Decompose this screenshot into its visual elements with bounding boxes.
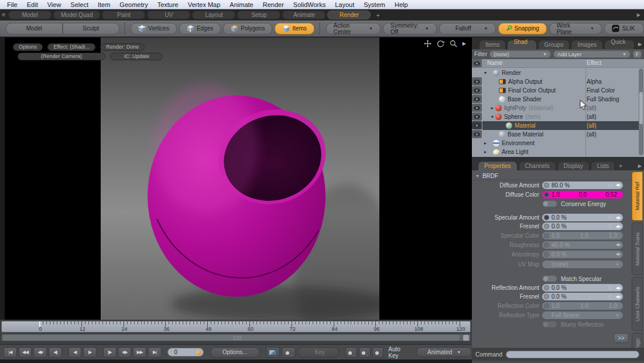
work-plane-dropdown[interactable]: Work Plane▼: [549, 23, 602, 35]
channel-toggle[interactable]: [544, 303, 549, 309]
stepper-icon[interactable]: ◀▶: [615, 286, 621, 290]
next-keyframe-button[interactable]: ▶▶: [133, 347, 146, 358]
envelope-icon[interactable]: [608, 286, 612, 290]
tree-row-final-color-output[interactable]: Final Color Output Final Color: [472, 86, 644, 95]
menu-item[interactable]: Item: [93, 1, 115, 8]
layout-tab-uv[interactable]: UV: [147, 11, 190, 19]
match-specular-checkbox[interactable]: [542, 275, 557, 282]
layout-tab-render[interactable]: Render: [327, 11, 371, 19]
blurry-reflection-checkbox[interactable]: [542, 321, 557, 328]
uv-map-dropdown[interactable]: (none) ▼: [542, 261, 623, 268]
tab-quick[interactable]: Quick ...: [604, 40, 635, 49]
orbit-icon[interactable]: [437, 40, 444, 47]
filter-dropdown[interactable]: (none)▼: [489, 50, 551, 58]
panel-tab-overflow-icon[interactable]: ▶: [638, 42, 642, 47]
visibility-toggle[interactable]: [472, 121, 482, 129]
render-camera-button[interactable]: (Render Camera): [18, 53, 105, 60]
channel-toggle[interactable]: [544, 192, 549, 197]
layout-tab-animate[interactable]: Animate: [282, 11, 326, 19]
snapping-button[interactable]: Snapping: [498, 23, 547, 35]
add-layer-dropdown[interactable]: Add Layer▼: [553, 50, 631, 58]
play-button[interactable]: ▶: [83, 347, 97, 358]
menu-view[interactable]: View: [43, 1, 66, 8]
channel-toggle[interactable]: [544, 285, 549, 290]
diffuse-color-field[interactable]: 1.0 0.0 0.52: [542, 191, 623, 198]
channel-toggle[interactable]: [544, 183, 549, 188]
scrollbar-thumb[interactable]: [639, 92, 643, 124]
zoom-icon[interactable]: [450, 40, 457, 47]
conserve-energy-checkbox[interactable]: [542, 200, 557, 207]
more-options-button[interactable]: >>: [614, 333, 629, 343]
tab-user-channels[interactable]: User Channels: [632, 277, 643, 331]
track-view-button[interactable]: [282, 347, 296, 358]
stepper-icon[interactable]: ◀▶: [615, 294, 621, 299]
menu-geometry[interactable]: Geometry: [115, 1, 152, 8]
tree-row-environment[interactable]: ► Environment: [472, 139, 644, 148]
brdf-section-header[interactable]: ▼ BRDF: [472, 172, 644, 180]
tab-material-trans[interactable]: Material Trans: [632, 222, 643, 275]
menu-file[interactable]: File: [2, 1, 22, 8]
envelope-icon[interactable]: [608, 224, 612, 228]
step-forward-button[interactable]: |▶: [103, 347, 117, 358]
layout-tab-setup[interactable]: Setup: [237, 11, 280, 19]
menu-layout[interactable]: Layout: [330, 1, 359, 8]
visibility-toggle[interactable]: [472, 86, 482, 94]
expand-icon[interactable]: ►: [482, 150, 488, 154]
tree-row-render[interactable]: ▼ Render: [472, 69, 644, 77]
tree-row-area-light[interactable]: ► Area Light: [472, 148, 644, 156]
tab-channels[interactable]: Channels: [519, 161, 556, 170]
visibility-toggle[interactable]: [472, 77, 482, 85]
symmetry-dropdown[interactable]: Symmetry: Off▼: [383, 23, 437, 35]
falloff-dropdown[interactable]: Falloff▼: [439, 23, 496, 35]
remove-key-button[interactable]: [372, 347, 384, 358]
channel-toggle[interactable]: [544, 242, 549, 248]
effect-column-header[interactable]: Effect: [587, 60, 601, 66]
envelope-icon[interactable]: [608, 183, 612, 187]
tab-material-ref[interactable]: Material Ref: [632, 172, 643, 221]
reflection-amount-field[interactable]: 0.0 % ◀▶: [542, 284, 623, 292]
tree-scrollbar[interactable]: [639, 69, 643, 155]
items-mode-button[interactable]: Items: [275, 23, 314, 35]
auto-key-mode-dropdown[interactable]: Animated ▼: [416, 347, 472, 357]
edges-mode-button[interactable]: Edges: [179, 23, 221, 35]
play-reverse-button[interactable]: ◀: [68, 347, 82, 358]
tab-shader-tree[interactable]: Shad ...: [507, 40, 536, 49]
previous-keyframe-button[interactable]: ◀◀: [19, 347, 32, 358]
anisotropy-field[interactable]: 0.0 % ◀▶: [542, 251, 623, 258]
specular-color-field[interactable]: 1.0 1.0 1.0: [542, 232, 623, 239]
frame-stepper-icon[interactable]: [196, 350, 201, 355]
timeline-range-slider[interactable]: 120: [1, 334, 471, 341]
filter-f-button[interactable]: F: [633, 50, 642, 58]
visibility-column-header[interactable]: [472, 59, 482, 67]
previous-key-button[interactable]: ◀●: [33, 347, 47, 358]
diffuse-amount-field[interactable]: 80.0 % ◀▶: [542, 182, 623, 189]
collapse-icon[interactable]: ▼: [482, 71, 488, 75]
menu-system[interactable]: System: [359, 1, 390, 8]
channel-toggle[interactable]: [544, 215, 549, 220]
channel-toggle[interactable]: [544, 233, 549, 238]
channel-toggle[interactable]: [544, 224, 549, 229]
add-key-button[interactable]: [345, 347, 357, 358]
menu-render[interactable]: Render: [258, 1, 289, 8]
tab-groups[interactable]: Groups: [538, 40, 570, 49]
tab-properties[interactable]: Properties: [478, 161, 518, 170]
visibility-toggle[interactable]: [472, 130, 482, 138]
tab-overflow-icon[interactable]: ▶: [637, 12, 640, 18]
timeline-ruler[interactable]: 0 12 24 36 48 60 72 84 96 108 120: [1, 321, 471, 333]
ic-update-button[interactable]: IC: Update: [110, 53, 163, 60]
current-frame-field[interactable]: 0: [167, 348, 203, 357]
channel-toggle[interactable]: [544, 252, 549, 257]
tree-row-sphere[interactable]: ▼ Sphere (Item) (all): [472, 112, 644, 121]
viewport-menu-icon[interactable]: ▶: [463, 41, 466, 46]
key-button[interactable]: Key: [297, 347, 339, 358]
reflection-type-dropdown[interactable]: Full Scene ▼: [542, 311, 623, 319]
tree-row-lightpoly[interactable]: ► lightPoly (Material) (all): [472, 104, 644, 112]
polygons-mode-button[interactable]: Polygons: [223, 23, 272, 35]
next-key-button[interactable]: ●▶: [118, 347, 132, 358]
menu-edit[interactable]: Edit: [22, 1, 43, 8]
stepper-icon[interactable]: ◀▶: [615, 252, 621, 256]
tab-lists[interactable]: Lists: [591, 161, 616, 170]
specular-fresnel-field[interactable]: 0.0 % ◀▶: [542, 222, 623, 230]
stepper-icon[interactable]: ◀▶: [615, 215, 621, 220]
vertices-mode-button[interactable]: Vertices: [131, 23, 177, 35]
